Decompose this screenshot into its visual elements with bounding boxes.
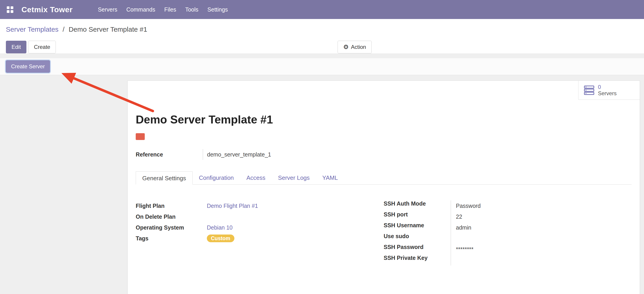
ssh-port-value: 22	[451, 211, 632, 222]
edit-create-group: Edit Create	[6, 41, 638, 53]
field-label: Tags	[136, 235, 207, 242]
field-label: On Delete Plan	[136, 214, 207, 220]
reference-field-label: Reference	[136, 149, 203, 160]
breadcrumb-parent-link[interactable]: Server Templates	[6, 26, 58, 33]
nav-menu: Servers Commands Files Tools Settings	[98, 6, 228, 13]
field-group-right: SSH Auth Mode Password SSH port 22 SSH U…	[384, 200, 632, 265]
ssh-auth-mode-value: Password	[451, 200, 632, 211]
nav-item-settings[interactable]: Settings	[208, 6, 228, 13]
color-swatch[interactable]	[136, 133, 145, 140]
field-label: SSH Auth Mode	[384, 200, 451, 211]
tag-badge-custom: Custom	[207, 234, 234, 242]
nav-item-tools[interactable]: Tools	[185, 6, 198, 13]
apps-square	[10, 6, 13, 9]
gear-icon: ⚙	[343, 44, 349, 50]
main-content: 0 Servers Demo Server Template #1 Refere…	[0, 75, 644, 293]
field-row-use-sudo: Use sudo	[384, 233, 632, 244]
breadcrumb: Server Templates / Demo Server Template …	[6, 25, 638, 34]
tab-access[interactable]: Access	[240, 171, 272, 184]
field-row-ssh-username: SSH Username admin	[384, 222, 632, 233]
field-row-ssh-port: SSH port 22	[384, 211, 632, 222]
reference-field-row: Reference demo_server_template_1	[136, 149, 632, 160]
field-label: SSH Private Key	[384, 255, 451, 265]
record-title: Demo Server Template #1	[136, 113, 632, 126]
create-server-button[interactable]: Create Server	[6, 60, 50, 73]
button-box: 0 Servers	[128, 81, 640, 100]
app-brand[interactable]: Cetmix Tower	[22, 5, 72, 14]
nav-item-files[interactable]: Files	[164, 6, 176, 13]
form-statusbar: Create Server	[0, 58, 644, 75]
apps-menu-icon[interactable]	[7, 6, 13, 13]
notebook-tabs: General Settings Configuration Access Se…	[136, 171, 632, 185]
action-button-label: Action	[351, 44, 366, 50]
apps-square	[7, 10, 10, 13]
tab-server-logs[interactable]: Server Logs	[272, 171, 316, 184]
field-label: SSH port	[384, 211, 451, 222]
ssh-password-value: ********	[451, 244, 632, 255]
field-row-tags: Tags Custom	[136, 233, 384, 244]
field-group-left: Flight Plan Demo Flight Plan #1 On Delet…	[136, 200, 384, 265]
top-navbar: Cetmix Tower Servers Commands Files Tool…	[0, 0, 644, 19]
nav-item-commands[interactable]: Commands	[126, 6, 155, 13]
field-row-ssh-auth-mode: SSH Auth Mode Password	[384, 200, 632, 211]
flight-plan-link[interactable]: Demo Flight Plan #1	[207, 203, 258, 209]
create-button[interactable]: Create	[28, 41, 56, 53]
action-button[interactable]: ⚙ Action	[338, 41, 372, 53]
field-label: SSH Username	[384, 222, 451, 233]
servers-icon	[584, 85, 594, 95]
page: Cetmix Tower Servers Commands Files Tool…	[0, 0, 644, 294]
field-label: Operating System	[136, 224, 207, 231]
form-sheet: 0 Servers Demo Server Template #1 Refere…	[127, 80, 640, 294]
sheet-body: Demo Server Template #1 Reference demo_s…	[128, 113, 640, 265]
servers-stat-count: 0	[598, 84, 617, 90]
field-row-ssh-password: SSH Password ********	[384, 244, 632, 255]
field-row-operating-system: Operating System Debian 10	[136, 222, 384, 233]
field-label: Use sudo	[384, 233, 451, 244]
operating-system-link[interactable]: Debian 10	[207, 224, 232, 231]
field-row-on-delete-plan: On Delete Plan	[136, 211, 384, 222]
field-row-flight-plan: Flight Plan Demo Flight Plan #1	[136, 200, 384, 211]
tab-general-settings[interactable]: General Settings	[136, 172, 192, 185]
reference-field-value: demo_server_template_1	[203, 149, 632, 160]
edit-button[interactable]: Edit	[6, 41, 26, 53]
field-row-ssh-private-key: SSH Private Key	[384, 255, 632, 265]
field-label: Flight Plan	[136, 203, 207, 209]
breadcrumb-separator: /	[62, 26, 64, 33]
tab-yaml[interactable]: YAML	[316, 171, 344, 184]
use-sudo-value	[451, 233, 632, 244]
ssh-username-value: admin	[451, 222, 632, 233]
servers-stat-text: 0 Servers	[598, 84, 617, 97]
breadcrumb-current: Demo Server Template #1	[69, 26, 147, 33]
servers-stat-button[interactable]: 0 Servers	[578, 81, 640, 100]
nav-item-servers[interactable]: Servers	[98, 6, 117, 13]
servers-stat-label: Servers	[598, 90, 617, 97]
apps-square	[7, 6, 10, 9]
field-label: SSH Password	[384, 244, 451, 255]
apps-square	[10, 10, 13, 13]
control-panel-buttons: Edit Create ⚙ Action	[6, 41, 638, 53]
tab-configuration[interactable]: Configuration	[192, 171, 240, 184]
ssh-private-key-value	[451, 255, 632, 265]
control-panel: Server Templates / Demo Server Template …	[0, 19, 644, 53]
field-groups: Flight Plan Demo Flight Plan #1 On Delet…	[136, 200, 632, 265]
